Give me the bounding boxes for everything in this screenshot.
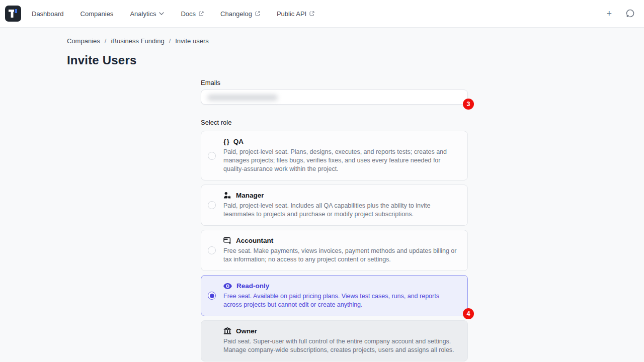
nav-item-analytics[interactable]: Analytics	[130, 10, 164, 18]
braces-icon	[223, 138, 229, 145]
breadcrumb-company-name[interactable]: iBusiness Funding	[111, 37, 164, 45]
role-title: Accountant	[236, 237, 273, 244]
redacted-email-value	[207, 95, 278, 101]
role-option-owner[interactable]: Owner Paid seat. Super-user with full co…	[201, 320, 468, 361]
role-title: Read-only	[236, 282, 269, 290]
nav-item-companies[interactable]: Companies	[80, 10, 114, 18]
role-option-read-only[interactable]: Read-only Free seat. Available on paid p…	[201, 275, 468, 316]
invite-form: Emails 3 Select role QA Paid, project-le…	[201, 79, 468, 362]
radio-manager[interactable]	[208, 201, 216, 209]
role-option-accountant[interactable]: Accountant Free seat. Make payments, vie…	[201, 230, 468, 271]
role-content: QA Paid, project-level seat. Plans, desi…	[223, 138, 459, 173]
select-role-label: Select role	[201, 119, 468, 126]
role-option-manager[interactable]: Manager Paid, project-level seat. Includ…	[201, 185, 468, 226]
page-title: Invite Users	[67, 53, 644, 67]
role-description: Paid, project-level seat. Plans, designs…	[223, 148, 459, 173]
nav-label: Public API	[277, 10, 306, 18]
nav-label: Companies	[80, 10, 114, 18]
role-content: Manager Paid, project-level seat. Includ…	[223, 192, 459, 219]
external-link-icon	[199, 11, 204, 16]
external-link-icon	[309, 11, 314, 16]
role-description: Paid, project-level seat. Includes all Q…	[223, 202, 459, 219]
nav-item-public-api[interactable]: Public API	[277, 10, 314, 18]
add-button[interactable]: +	[606, 9, 612, 18]
nav-right: +	[606, 9, 635, 19]
nav-item-changelog[interactable]: Changelog	[220, 10, 260, 18]
breadcrumb-invite-users[interactable]: Invite users	[175, 37, 208, 45]
nav-label: Changelog	[220, 10, 252, 18]
main-content: Companies / iBusiness Funding / Invite u…	[0, 28, 644, 362]
invite-users-page: Dashboard Companies Analytics Docs Chang…	[0, 0, 644, 362]
breadcrumb-separator: /	[105, 37, 107, 45]
role-content: Owner Paid seat. Super-user with full co…	[223, 327, 459, 354]
emails-label: Emails	[201, 79, 468, 86]
role-options: QA Paid, project-level seat. Plans, desi…	[201, 131, 468, 361]
radio-qa[interactable]	[208, 152, 216, 160]
nav-label: Analytics	[130, 10, 156, 18]
user-gear-icon	[223, 192, 231, 199]
breadcrumb: Companies / iBusiness Funding / Invite u…	[67, 37, 644, 45]
nav-label: Docs	[181, 10, 196, 18]
annotation-badge-3: 3	[463, 99, 474, 110]
nav-item-docs[interactable]: Docs	[181, 10, 204, 18]
role-title: Manager	[236, 192, 264, 199]
role-option-qa[interactable]: QA Paid, project-level seat. Plans, desi…	[201, 131, 468, 180]
nav-label: Dashboard	[32, 10, 64, 18]
nav-item-dashboard[interactable]: Dashboard	[32, 10, 64, 18]
role-description: Free seat. Available on paid pricing pla…	[223, 292, 459, 309]
chevron-down-icon	[159, 12, 164, 15]
breadcrumb-companies[interactable]: Companies	[67, 37, 100, 45]
role-description: Free seat. Make payments, views invoices…	[223, 247, 459, 264]
role-content: Accountant Free seat. Make payments, vie…	[223, 237, 459, 264]
logo-t-icon	[5, 6, 21, 22]
role-description: Paid seat. Super-user with full control …	[223, 337, 459, 354]
role-title: Owner	[236, 327, 257, 335]
avatar-icon[interactable]	[625, 9, 635, 19]
role-content: Read-only Free seat. Available on paid p…	[223, 282, 459, 309]
breadcrumb-separator: /	[169, 37, 171, 45]
eye-icon	[223, 283, 232, 289]
external-link-icon	[255, 11, 260, 16]
app-logo[interactable]	[5, 6, 21, 22]
top-nav: Dashboard Companies Analytics Docs Chang…	[0, 0, 644, 28]
bank-icon	[223, 327, 231, 335]
nav-menu: Dashboard Companies Analytics Docs Chang…	[32, 10, 314, 18]
radio-accountant[interactable]	[208, 246, 216, 254]
emails-input[interactable]: 3	[201, 89, 468, 105]
radio-read-only[interactable]	[208, 292, 216, 300]
annotation-badge-4: 4	[463, 308, 474, 319]
role-title: QA	[233, 138, 244, 145]
credit-card-plus-icon	[223, 237, 231, 244]
